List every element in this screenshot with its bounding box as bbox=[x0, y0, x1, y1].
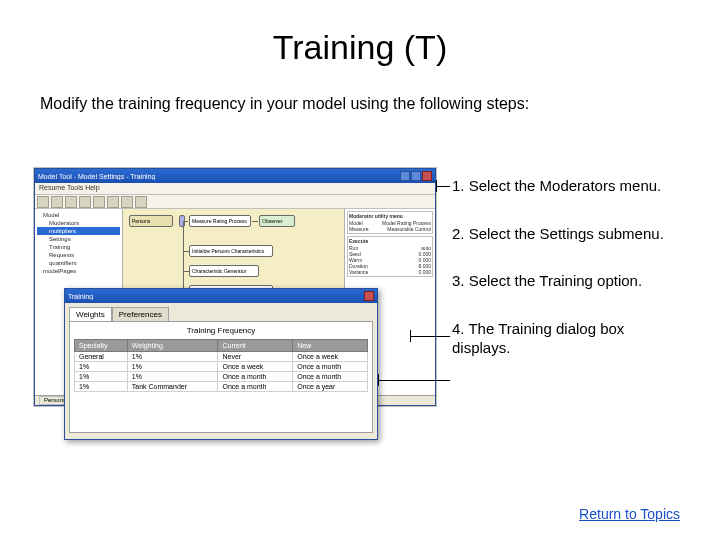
dialog-title-text: Training bbox=[68, 293, 364, 300]
prop-value: 0.000 bbox=[418, 269, 431, 275]
menubar: Resume Tools Help bbox=[35, 183, 435, 195]
diagram-node: Initialize Persons Characteristics bbox=[189, 245, 273, 257]
cell: Once a month bbox=[293, 372, 368, 382]
table-title: Training Frequency bbox=[74, 326, 368, 335]
toolbar-icon bbox=[93, 196, 105, 208]
cell: Once a week bbox=[218, 362, 293, 372]
diagram-node: Persons bbox=[129, 215, 173, 227]
callout-tick bbox=[436, 180, 437, 192]
connector bbox=[252, 221, 258, 222]
cell: Once a year bbox=[293, 382, 368, 392]
callout-tick bbox=[378, 374, 379, 386]
cell: Once a month bbox=[293, 362, 368, 372]
cell: Once a month bbox=[218, 372, 293, 382]
titlebar-text: Model Tool - Model Settings - Training bbox=[38, 173, 400, 180]
col-header: Current bbox=[218, 340, 293, 352]
steps-list: 1. Select the Moderators menu. 2. Select… bbox=[452, 176, 680, 386]
col-header: Specialty bbox=[75, 340, 128, 352]
toolbar-icon bbox=[37, 196, 49, 208]
slide-title: Training (T) bbox=[40, 28, 680, 67]
tree-item-selected: multipliers bbox=[37, 227, 120, 235]
training-table: Specialty Weighting Current New General1… bbox=[74, 339, 368, 392]
step-2: 2. Select the Settings submenu. bbox=[452, 224, 680, 244]
cell: 1% bbox=[127, 362, 218, 372]
cell: Tank Commander bbox=[127, 382, 218, 392]
tab-content: Training Frequency Specialty Weighting C… bbox=[69, 321, 373, 433]
toolbar-icon bbox=[135, 196, 147, 208]
step-3: 3. Select the Training option. bbox=[452, 271, 680, 291]
return-link[interactable]: Return to Topics bbox=[579, 506, 680, 522]
tree-item: Training bbox=[37, 243, 120, 251]
maximize-icon bbox=[411, 171, 421, 181]
cell: Once a week bbox=[293, 352, 368, 362]
panel-header: Execute bbox=[349, 238, 431, 244]
toolbar-icon bbox=[65, 196, 77, 208]
cell: 1% bbox=[75, 372, 128, 382]
tree-item: Requests bbox=[37, 251, 120, 259]
tab-weights: Weights bbox=[69, 307, 112, 321]
diagram-node: Characteristic Generator bbox=[189, 265, 259, 277]
dialog-titlebar: Training bbox=[65, 289, 377, 303]
minimize-icon bbox=[400, 171, 410, 181]
tree-item: Moderators bbox=[37, 219, 120, 227]
cell: 1% bbox=[75, 382, 128, 392]
tree-item: Settings bbox=[37, 235, 120, 243]
tree-item: modelPages bbox=[37, 267, 120, 275]
close-icon bbox=[422, 171, 432, 181]
panel-header: Moderator utility menu bbox=[349, 213, 431, 219]
callout-tick bbox=[410, 330, 411, 342]
cell: 1% bbox=[127, 372, 218, 382]
prop-label: Measure bbox=[349, 226, 368, 232]
training-dialog: Training Weights Preferences Training Fr… bbox=[64, 288, 378, 440]
diagram-node: Observer bbox=[259, 215, 295, 227]
table-row: 1%1%Once a monthOnce a month bbox=[75, 372, 368, 382]
col-header: New bbox=[293, 340, 368, 352]
tree-item: quantifiers bbox=[37, 259, 120, 267]
table-row: 1%Tank CommanderOnce a monthOnce a year bbox=[75, 382, 368, 392]
tab-row: Weights Preferences bbox=[69, 307, 373, 321]
prop-value: Measurable Control bbox=[387, 226, 431, 232]
connector bbox=[184, 221, 188, 222]
table-row: General1%NeverOnce a week bbox=[75, 352, 368, 362]
callout-line bbox=[378, 380, 450, 381]
titlebar: Model Tool - Model Settings - Training bbox=[35, 169, 435, 183]
toolbar-icon bbox=[107, 196, 119, 208]
cell: 1% bbox=[127, 352, 218, 362]
prop-label: Variance bbox=[349, 269, 368, 275]
toolbar bbox=[35, 195, 435, 209]
table-row: 1%1%Once a weekOnce a month bbox=[75, 362, 368, 372]
tab-preferences: Preferences bbox=[112, 307, 169, 321]
cell: 1% bbox=[75, 362, 128, 372]
cell: General bbox=[75, 352, 128, 362]
close-icon bbox=[364, 291, 374, 301]
intro-text: Modify the training frequency in your mo… bbox=[40, 95, 680, 113]
toolbar-icon bbox=[121, 196, 133, 208]
step-1: 1. Select the Moderators menu. bbox=[452, 176, 680, 196]
cell: Once a month bbox=[218, 382, 293, 392]
step-4: 4. The Training dialog box displays. bbox=[452, 319, 680, 358]
diagram-node: Measure Rating Process bbox=[189, 215, 251, 227]
col-header: Weighting bbox=[127, 340, 218, 352]
connector bbox=[183, 221, 184, 292]
screenshot-illustration: Model Tool - Model Settings - Training R… bbox=[34, 168, 436, 444]
cell: Never bbox=[218, 352, 293, 362]
callout-line bbox=[410, 336, 450, 337]
tree-item: Model bbox=[37, 211, 120, 219]
toolbar-icon bbox=[51, 196, 63, 208]
callout-line bbox=[436, 186, 450, 187]
toolbar-icon bbox=[79, 196, 91, 208]
